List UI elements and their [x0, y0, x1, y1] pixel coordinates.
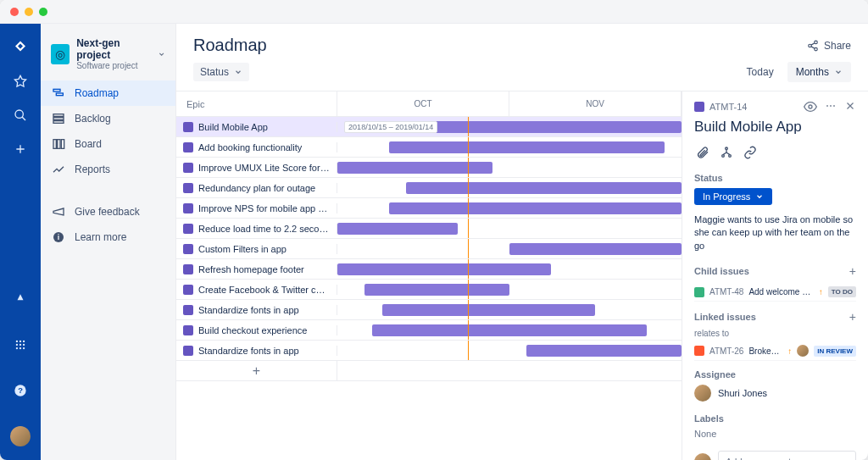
plus-icon[interactable]	[10, 139, 31, 159]
comment-avatar	[694, 453, 711, 460]
epic-row[interactable]: Standardize fonts in app	[176, 300, 682, 320]
today-marker	[468, 137, 469, 157]
gantt-bar[interactable]	[337, 263, 551, 275]
search-icon[interactable]	[10, 105, 31, 125]
today-button[interactable]: Today	[738, 62, 782, 82]
epic-name-cell[interactable]: Standardize fonts in app	[176, 346, 337, 356]
comment-input[interactable]: Add a comment…	[718, 451, 856, 460]
gantt-bar[interactable]	[337, 223, 458, 235]
nav-backlog-label: Backlog	[75, 113, 111, 125]
epic-icon	[183, 142, 193, 152]
subtask-icon[interactable]	[718, 144, 735, 161]
epic-row[interactable]: Refresh homepage footer	[176, 259, 682, 280]
jira-logo-icon[interactable]	[10, 37, 31, 58]
nav-board[interactable]: Board	[41, 131, 175, 157]
linked-issue-row[interactable]: ATMT-26 Broken status ind… ↑ IN REVIEW	[694, 341, 856, 361]
status-dropdown[interactable]: In Progress	[694, 188, 772, 205]
nav-learn[interactable]: i Learn more	[41, 224, 175, 250]
months-dropdown[interactable]: Months	[787, 62, 851, 82]
maximize-window-icon[interactable]	[39, 8, 47, 16]
gantt-bar[interactable]	[372, 324, 648, 336]
epic-name-cell[interactable]: Standardize fonts in app	[176, 305, 337, 315]
gantt-bar[interactable]	[337, 162, 492, 174]
epic-icon	[183, 285, 193, 295]
close-window-icon[interactable]	[10, 8, 19, 16]
nav-reports[interactable]: Reports	[41, 157, 175, 182]
nav-roadmap[interactable]: Roadmap	[41, 80, 175, 106]
today-marker	[468, 198, 469, 218]
minimize-window-icon[interactable]	[25, 8, 33, 16]
epic-row[interactable]: Standardize fonts in app	[176, 341, 682, 361]
svg-point-23	[809, 44, 812, 47]
epic-row[interactable]: Reduce load time to 2.2 seconds	[176, 219, 682, 239]
epic-name-cell[interactable]: Build Mobile App	[176, 122, 337, 132]
add-child-issue-button[interactable]: +	[849, 264, 856, 278]
epic-name-cell[interactable]: Improve UMUX Lite Score for checko…	[176, 163, 337, 173]
issue-breadcrumb[interactable]: ATMT-14	[694, 102, 747, 112]
close-icon[interactable]	[844, 100, 856, 114]
epic-name-cell[interactable]: Create Facebook & Twitter connector	[176, 285, 337, 295]
epic-row[interactable]: Redundancy plan for outage	[176, 178, 682, 198]
notification-icon[interactable]	[10, 289, 31, 309]
chevron-down-icon	[834, 68, 843, 76]
labels-value[interactable]: None	[694, 429, 856, 439]
nav-feedback[interactable]: Give feedback	[41, 199, 175, 224]
epic-name-cell[interactable]: Refresh homepage footer	[176, 264, 337, 274]
project-switcher[interactable]: ◎ Next-gen project Software project	[41, 34, 175, 80]
add-linked-issue-button[interactable]: +	[849, 310, 856, 324]
nav-backlog[interactable]: Backlog	[41, 106, 175, 131]
gantt-bar[interactable]	[382, 304, 596, 316]
svg-point-28	[729, 155, 732, 158]
issue-title[interactable]: Build Mobile App	[694, 119, 856, 136]
gantt-bar[interactable]	[406, 182, 682, 194]
linked-issues-label: Linked issues	[694, 312, 756, 322]
svg-rect-15	[53, 118, 64, 120]
share-button[interactable]: Share	[807, 40, 851, 52]
gantt-bar[interactable]	[364, 284, 509, 296]
epic-row[interactable]: Improve UMUX Lite Score for checko…	[176, 158, 682, 178]
today-marker	[468, 300, 469, 319]
star-icon[interactable]	[10, 71, 31, 91]
epic-icon	[183, 346, 193, 356]
epic-row[interactable]: Build Mobile App2018/10/15 – 2019/01/14	[176, 117, 682, 137]
gantt-bar[interactable]	[434, 121, 682, 133]
epic-name-cell[interactable]: Improve NPS for mobile app users by …	[176, 203, 337, 213]
epic-name-cell[interactable]: Add booking functionality	[176, 142, 337, 152]
attach-icon[interactable]	[694, 144, 711, 161]
assignee-field[interactable]: Shuri Jones	[694, 385, 856, 402]
child-issue-row[interactable]: ATMT-48 Add welcome screen for m… ↑ TO D…	[694, 283, 856, 302]
link-icon[interactable]	[742, 144, 759, 161]
help-icon[interactable]: ?	[10, 380, 31, 401]
gantt-bar[interactable]	[389, 202, 682, 214]
svg-point-9	[23, 347, 25, 349]
chevron-down-icon	[158, 50, 165, 58]
more-icon[interactable]: ⋯	[826, 100, 836, 114]
epic-row[interactable]: Custom Filters in app	[176, 239, 682, 259]
app-switcher-icon[interactable]	[10, 335, 31, 355]
add-epic-button[interactable]: +	[176, 361, 337, 381]
epic-row[interactable]: Add booking functionality	[176, 137, 682, 158]
project-name: Next-gen project	[76, 37, 151, 61]
epic-name-cell[interactable]: Redundancy plan for outage	[176, 183, 337, 193]
gantt-bar[interactable]	[526, 345, 682, 357]
today-marker	[468, 320, 469, 340]
gantt-bar-area	[337, 137, 682, 157]
gantt-bar-area	[337, 300, 682, 319]
status-filter[interactable]: Status	[193, 63, 249, 81]
epic-row[interactable]: Create Facebook & Twitter connector	[176, 280, 682, 300]
gantt-bar-area	[337, 178, 682, 197]
gantt-bar[interactable]	[389, 141, 665, 153]
svg-point-8	[19, 347, 21, 349]
gantt-bar[interactable]	[509, 243, 682, 255]
issue-description[interactable]: Maggie wants to use Jira on mobile so sh…	[694, 213, 856, 252]
epic-name-cell[interactable]: Build checkout experience	[176, 325, 337, 335]
epic-name-cell[interactable]: Reduce load time to 2.2 seconds	[176, 224, 337, 234]
epic-name-cell[interactable]: Custom Filters in app	[176, 244, 337, 254]
epic-row[interactable]: Build checkout experience	[176, 320, 682, 341]
watch-icon[interactable]	[804, 100, 817, 114]
epic-row[interactable]: Improve NPS for mobile app users by …	[176, 198, 682, 219]
epic-icon	[183, 122, 193, 132]
profile-avatar[interactable]	[10, 426, 31, 446]
gantt-bar-area	[337, 219, 682, 238]
epic-icon	[183, 244, 193, 254]
